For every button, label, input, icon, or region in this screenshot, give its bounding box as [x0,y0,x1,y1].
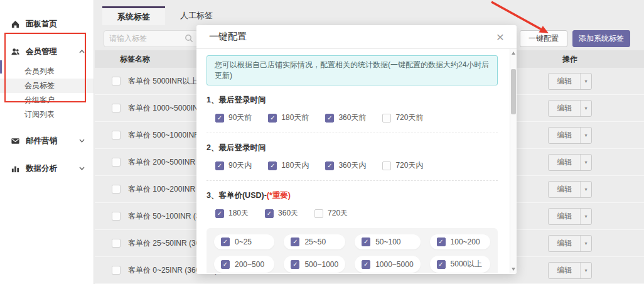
option-360d-before[interactable]: ✓360天前 [325,112,366,123]
check-icon: ✓ [267,210,272,217]
sidebar-subitem-member-tags[interactable]: 会员标签 [0,79,94,93]
checkbox[interactable]: ✓ [215,161,224,170]
checkbox[interactable]: ✓ [265,209,274,218]
checkbox[interactable]: ✓ [291,260,299,269]
option-720d[interactable]: ✓720天 [314,208,348,219]
option-720d-within[interactable]: ✓720天内 [382,160,423,171]
sidebar-item-email-marketing[interactable]: 邮件营销 [0,131,94,151]
modal-scrollbar[interactable] [510,49,517,273]
option-180d-before[interactable]: ✓180天前 [268,112,309,123]
check-icon: ✓ [438,261,443,268]
range-25-50[interactable]: ✓25~50 [284,234,345,249]
option-360d[interactable]: ✓360天 [265,208,298,219]
edit-button[interactable]: 编辑 [549,263,580,278]
sidebar-subitem-member-list[interactable]: 会员列表 [0,64,94,79]
sidebar-item-label: 会员管理 [26,46,57,57]
scroll-up-icon[interactable] [512,52,515,55]
range-1000-5000[interactable]: ✓1000~5000 [355,256,420,273]
checkbox[interactable]: ✓ [314,209,323,218]
dropdown-caret-icon[interactable]: ▾ [580,74,591,89]
edit-split-button[interactable]: 编辑▾ [548,154,591,171]
search-input[interactable] [104,30,198,47]
option-360d-within[interactable]: ✓360天内 [325,160,366,171]
option-180d-within[interactable]: ✓180天内 [268,160,309,171]
dropdown-caret-icon[interactable]: ▾ [580,128,591,143]
sidebar-subitem-group-customers[interactable]: 分组客户 [0,93,94,107]
edit-split-button[interactable]: 编辑▾ [548,262,591,279]
checkbox[interactable]: ✓ [268,161,277,170]
edit-button[interactable]: 编辑 [549,155,580,170]
checkbox[interactable]: ✓ [291,238,299,246]
checkbox[interactable]: ✓ [325,161,334,170]
dropdown-caret-icon[interactable]: ▾ [580,182,591,197]
range-200-500[interactable]: ✓200~500 [214,256,274,273]
option-720d-before[interactable]: ✓720天前 [382,112,423,123]
checkbox[interactable]: ✓ [325,114,334,123]
checkbox[interactable]: ✓ [215,209,224,218]
edit-split-button[interactable]: 编辑▾ [548,208,591,225]
sidebar-subitem-subscribe-list[interactable]: 订阅列表 [0,107,94,122]
checkbox[interactable]: ✓ [437,238,446,246]
option-90d-within[interactable]: ✓90天内 [215,160,252,171]
quick-config-button[interactable]: 一键配置 [520,30,567,47]
close-icon[interactable]: × [496,30,504,43]
edit-button[interactable]: 编辑 [549,128,580,143]
dropdown-caret-icon[interactable]: ▾ [580,101,591,116]
checkbox[interactable]: ✓ [268,114,277,123]
row-checkbox[interactable]: ✓ [112,77,121,85]
dropdown-caret-icon[interactable]: ▾ [580,263,591,278]
range-50-100[interactable]: ✓50~100 [355,234,420,249]
search-icon[interactable] [185,34,193,43]
checkbox[interactable]: ✓ [382,161,391,170]
checkbox[interactable]: ✓ [362,260,370,269]
scrollbar-thumb[interactable] [511,69,516,114]
edit-button[interactable]: 编辑 [549,101,580,116]
row-checkbox[interactable]: ✓ [112,131,121,139]
tab-system-tags[interactable]: 系统标签 [102,6,165,25]
sidebar-item-label: 数据分析 [26,163,57,174]
tag-search [104,30,198,47]
section-title-customer-price: 3、客单价(USD)-(*重要) [207,190,498,201]
sidebar-item-members[interactable]: 会员管理 [0,41,94,62]
checkbox[interactable]: ✓ [437,260,446,269]
dropdown-caret-icon[interactable]: ▾ [580,236,591,251]
active-menu-indicator [0,60,2,74]
sidebar-item-dashboard[interactable]: 面板首页 [0,14,94,34]
add-system-tag-button[interactable]: 添加系统标签 [572,30,630,47]
tab-manual-tags[interactable]: 人工标签 [165,6,228,25]
edit-split-button[interactable]: 编辑▾ [548,100,591,117]
sidebar-item-data-analysis[interactable]: 数据分析 [0,158,94,178]
option-90d-before[interactable]: ✓90天前 [215,112,252,123]
chart-icon [11,164,20,173]
row-checkbox[interactable]: ✓ [112,266,121,275]
edit-button[interactable]: 编辑 [549,236,580,251]
edit-split-button[interactable]: 编辑▾ [548,181,591,198]
checkbox[interactable]: ✓ [362,238,370,246]
column-header-actions: 操作 [529,54,611,65]
dropdown-caret-icon[interactable]: ▾ [580,155,591,170]
edit-button[interactable]: 编辑 [549,209,580,224]
checkbox[interactable]: ✓ [221,238,230,246]
checkbox[interactable]: ✓ [382,114,391,123]
range-500-1000[interactable]: ✓500~1000 [284,256,345,273]
range-0-25[interactable]: ✓0~25 [214,234,274,249]
checkbox[interactable]: ✓ [215,114,224,123]
row-checkbox[interactable]: ✓ [112,158,121,167]
edit-button[interactable]: 编辑 [549,182,580,197]
check-icon: ✓ [217,115,222,121]
row-checkbox[interactable]: ✓ [112,239,121,248]
tag-tabs: 系统标签 人工标签 [102,6,228,25]
range-5000-plus[interactable]: ✓5000以上 [430,256,490,273]
edit-split-button[interactable]: 编辑▾ [548,73,591,90]
edit-split-button[interactable]: 编辑▾ [548,235,591,252]
scroll-down-icon[interactable] [512,268,515,271]
checkbox[interactable]: ✓ [221,260,230,269]
edit-button[interactable]: 编辑 [549,74,580,89]
row-checkbox[interactable]: ✓ [112,212,121,221]
range-100-200[interactable]: ✓100~200 [430,234,490,249]
row-checkbox[interactable]: ✓ [112,185,121,194]
edit-split-button[interactable]: 编辑▾ [548,127,591,144]
option-180d[interactable]: ✓180天 [215,208,249,219]
row-checkbox[interactable]: ✓ [112,104,121,112]
dropdown-caret-icon[interactable]: ▾ [580,209,591,224]
